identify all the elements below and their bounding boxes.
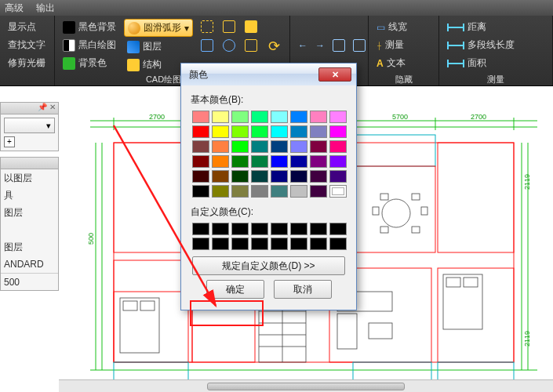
color-swatch[interactable]	[251, 155, 268, 168]
color-swatch[interactable]	[231, 155, 249, 168]
color-swatch[interactable]	[329, 170, 347, 183]
color-swatch[interactable]	[192, 170, 209, 183]
color-swatch[interactable]	[271, 111, 288, 123]
color-swatch[interactable]	[212, 140, 229, 153]
panel-dropdown[interactable]: ▾	[4, 118, 55, 133]
color-swatch[interactable]	[251, 125, 268, 138]
color-swatch[interactable]	[329, 125, 347, 138]
btn-lineweight[interactable]: ▭线宽	[373, 19, 410, 35]
custom-swatch[interactable]	[251, 223, 268, 235]
nav-sq2[interactable]	[350, 38, 369, 53]
color-swatch[interactable]	[290, 125, 307, 138]
nav-sq1[interactable]	[329, 38, 348, 53]
ribbon-rotate[interactable]: ⟳	[265, 36, 283, 56]
custom-swatch[interactable]	[271, 238, 288, 250]
color-swatch[interactable]	[251, 111, 268, 123]
color-swatch[interactable]	[212, 170, 229, 183]
btn-find-text[interactable]: 查找文字	[5, 37, 49, 53]
custom-swatch[interactable]	[212, 223, 229, 235]
color-swatch[interactable]	[271, 125, 288, 138]
panel-row[interactable]: 500	[1, 273, 58, 290]
color-swatch[interactable]	[271, 185, 288, 198]
custom-swatch[interactable]	[290, 223, 307, 235]
custom-swatch[interactable]	[329, 223, 347, 235]
custom-swatch[interactable]	[192, 238, 209, 250]
ribbon-icon-b1[interactable]	[198, 38, 216, 53]
menu-item-advanced[interactable]: 高级	[5, 2, 24, 15]
color-swatch[interactable]	[231, 125, 249, 138]
close-button[interactable]: ✕	[318, 67, 351, 82]
color-swatch[interactable]	[192, 185, 209, 198]
define-custom-button[interactable]: 规定自定义颜色(D) >>	[192, 256, 345, 275]
scroll-thumb[interactable]	[207, 383, 405, 390]
color-swatch[interactable]	[290, 111, 307, 123]
color-swatch[interactable]	[310, 140, 327, 153]
panel-header-2[interactable]	[1, 158, 58, 169]
ribbon-icon-a3[interactable]	[242, 19, 260, 34]
panel-expand[interactable]: +	[4, 136, 15, 147]
color-swatch[interactable]	[290, 185, 307, 198]
color-swatch[interactable]	[212, 155, 229, 168]
color-swatch[interactable]	[251, 185, 268, 198]
color-swatch[interactable]	[310, 170, 327, 183]
btn-show-points[interactable]: 显示点	[5, 19, 49, 35]
btn-measure[interactable]: ⟊测量	[373, 37, 410, 53]
custom-swatch[interactable]	[231, 223, 249, 235]
btn-black-bg[interactable]: 黑色背景	[60, 19, 119, 35]
ok-button[interactable]: 确定	[206, 280, 264, 299]
color-swatch[interactable]	[192, 125, 209, 138]
panel-row[interactable]	[1, 221, 58, 238]
btn-layers[interactable]: 图层	[124, 38, 193, 55]
color-swatch[interactable]	[271, 140, 288, 153]
color-swatch[interactable]	[231, 140, 249, 153]
color-swatch[interactable]	[192, 111, 209, 123]
color-swatch[interactable]	[271, 155, 288, 168]
color-swatch[interactable]	[310, 125, 327, 138]
color-swatch[interactable]	[290, 155, 307, 168]
cancel-button[interactable]: 取消	[274, 280, 332, 299]
btn-distance[interactable]: 距离	[444, 19, 518, 35]
nav-back[interactable]: ←	[295, 38, 311, 53]
color-swatch[interactable]	[212, 111, 229, 123]
custom-swatch[interactable]	[251, 238, 268, 250]
color-swatch[interactable]	[231, 170, 249, 183]
scrollbar-horizontal[interactable]	[59, 379, 553, 392]
panel-row[interactable]: 图层	[1, 204, 58, 221]
panel-header[interactable]: 📌 ✕	[1, 103, 58, 114]
color-swatch[interactable]	[251, 170, 268, 183]
btn-bg-color[interactable]: 背景色	[60, 55, 119, 71]
custom-swatch[interactable]	[271, 223, 288, 235]
color-swatch[interactable]	[212, 125, 229, 138]
btn-polyline-len[interactable]: 多段线长度	[444, 37, 518, 53]
custom-swatch[interactable]	[310, 223, 327, 235]
btn-text[interactable]: A文本	[373, 55, 410, 71]
color-swatch[interactable]	[251, 140, 268, 153]
color-swatch[interactable]	[310, 111, 327, 123]
btn-smooth-arc[interactable]: 圆滑弧形▾	[124, 19, 193, 37]
menu-item-output[interactable]: 输出	[36, 2, 55, 15]
btn-crop-raster[interactable]: 修剪光栅	[5, 55, 49, 71]
color-swatch[interactable]	[212, 185, 229, 198]
custom-swatch[interactable]	[231, 238, 249, 250]
panel-row[interactable]: 具	[1, 187, 58, 204]
custom-swatch[interactable]	[290, 238, 307, 250]
custom-swatch[interactable]	[192, 223, 209, 235]
color-swatch[interactable]	[231, 111, 249, 123]
color-swatch[interactable]	[329, 111, 347, 123]
ribbon-icon-b2[interactable]	[220, 38, 238, 53]
color-swatch[interactable]	[192, 155, 209, 168]
btn-area[interactable]: 面积	[444, 55, 518, 71]
ribbon-icon-a2[interactable]	[220, 19, 238, 34]
color-swatch[interactable]	[329, 140, 347, 153]
color-swatch[interactable]	[329, 185, 347, 198]
color-swatch[interactable]	[192, 140, 209, 153]
nav-fwd[interactable]: →	[312, 38, 328, 53]
panel-row[interactable]: 以图层	[1, 169, 58, 187]
color-swatch[interactable]	[310, 185, 327, 198]
color-swatch[interactable]	[271, 170, 288, 183]
custom-swatch[interactable]	[212, 238, 229, 250]
custom-swatch[interactable]	[329, 238, 347, 250]
color-swatch[interactable]	[310, 155, 327, 168]
ribbon-icon-b3[interactable]	[242, 38, 260, 53]
color-swatch[interactable]	[231, 185, 249, 198]
